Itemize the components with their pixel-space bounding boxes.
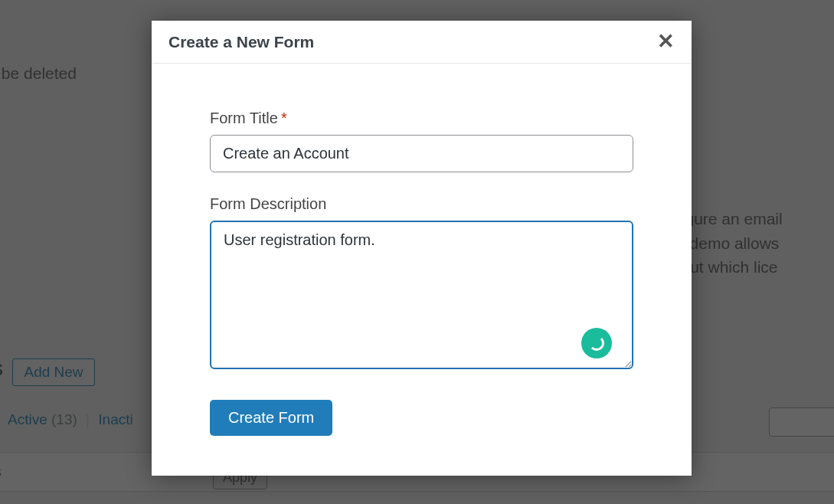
grammarly-icon[interactable]	[581, 328, 612, 358]
modal-title: Create a New Form	[168, 33, 314, 51]
form-title-label: Form Title*	[210, 110, 633, 127]
form-title-input[interactable]	[210, 135, 633, 172]
create-form-button[interactable]: Create Form	[210, 400, 332, 436]
form-description-input[interactable]	[210, 221, 633, 369]
form-title-group: Form Title*	[210, 110, 633, 172]
form-description-group: Form Description	[210, 195, 633, 372]
modal-body: Form Title* Form Description Create Form	[152, 64, 692, 436]
modal-header: Create a New Form ✕	[152, 21, 692, 64]
required-indicator: *	[281, 110, 287, 126]
close-icon[interactable]: ✕	[657, 31, 675, 52]
create-form-modal: Create a New Form ✕ Form Title* Form Des…	[152, 21, 692, 476]
form-description-label: Form Description	[210, 195, 633, 213]
